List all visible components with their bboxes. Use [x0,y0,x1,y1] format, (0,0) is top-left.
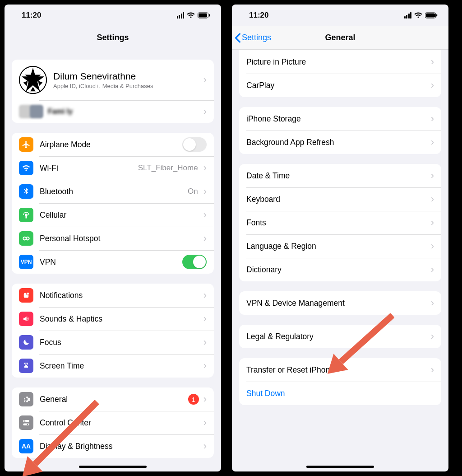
settings-list[interactable]: Dilum Senevirathne Apple ID, iCloud+, Me… [5,50,221,471]
row-label: Airplane Mode [40,140,91,149]
row-label: Control Center [40,418,91,428]
general-row[interactable]: General 1 › [12,387,214,411]
row-label: VPN & Device Management [246,299,345,308]
general-list[interactable]: Picture in Picture › CarPlay › iPhone St… [232,50,448,471]
chevron-right-icon: › [203,162,207,174]
display-brightness-row[interactable]: AA Display & Brightness › [12,434,214,458]
bluetooth-value: On [188,187,198,196]
notifications-row[interactable]: Notifications › [12,284,214,307]
group-prefs: Date & Time › Keyboard › Fonts › Languag… [239,164,441,281]
speaker-icon [19,312,33,326]
group-vpn: VPN & Device Management › [239,291,441,315]
profile-texts: Dilum Senevirathne Apple ID, iCloud+, Me… [53,71,153,89]
vpn-device-mgmt-row[interactable]: VPN & Device Management › [239,291,441,315]
row-label: Picture in Picture [246,57,306,67]
family-thumbs [19,105,43,118]
airplane-toggle[interactable] [182,137,207,152]
back-label: Settings [242,33,271,42]
gear-icon [19,392,33,406]
language-region-row[interactable]: Language & Region › [239,234,441,258]
chevron-left-icon [235,33,241,43]
nav-bar: Settings General [232,26,448,50]
bluetooth-icon [19,184,33,199]
vpn-toggle[interactable] [182,255,207,269]
status-time: 11:20 [22,11,41,20]
row-label: VPN [40,257,56,267]
pip-row[interactable]: Picture in Picture › [239,50,441,74]
row-label: Bluetooth [40,187,73,196]
svg-rect-14 [23,420,29,422]
account-group: Dilum Senevirathne Apple ID, iCloud+, Me… [12,60,214,123]
row-label: Personal Hotspot [40,234,100,243]
status-bar: 11:20 [232,5,448,26]
sounds-row[interactable]: Sounds & Haptics › [12,307,214,331]
row-label: Legal & Regulatory [246,332,314,341]
transfer-reset-row[interactable]: Transfer or Reset iPhone › [239,358,441,382]
fonts-row[interactable]: Fonts › [239,211,441,234]
bluetooth-row[interactable]: Bluetooth On › [12,180,214,203]
wifi-value: SLT_Fiber_Home [138,163,198,173]
date-time-row[interactable]: Date & Time › [239,164,441,187]
family-row[interactable]: Fami ly › [12,100,214,123]
row-label: Screen Time [40,361,84,371]
home-indicator[interactable] [306,466,374,468]
chevron-right-icon: › [203,289,207,301]
group-playback: Picture in Picture › CarPlay › [239,50,441,97]
hotspot-row[interactable]: Personal Hotspot › [12,227,214,250]
storage-row[interactable]: iPhone Storage › [239,107,441,131]
page-title: Settings [97,33,129,42]
app-refresh-row[interactable]: Background App Refresh › [239,131,441,154]
airplane-mode-row[interactable]: Airplane Mode [12,133,214,156]
svg-rect-20 [436,14,437,17]
control-center-row[interactable]: Control Center › [12,411,214,434]
svg-point-16 [24,420,26,422]
status-icons [404,12,438,19]
chevron-right-icon: › [431,240,434,252]
svg-rect-1 [199,14,207,18]
screen-time-row[interactable]: Screen Time › [12,354,214,378]
chevron-right-icon: › [203,440,207,452]
row-label: iPhone Storage [246,114,301,124]
vpn-row[interactable]: VPN VPN [12,250,214,274]
vpn-icon: VPN [19,255,33,269]
legal-row[interactable]: Legal & Regulatory › [239,325,441,348]
shut-down-row[interactable]: Shut Down [239,382,441,405]
apple-id-row[interactable]: Dilum Senevirathne Apple ID, iCloud+, Me… [12,60,214,100]
chevron-right-icon: › [431,364,434,376]
row-label: Language & Region [246,242,316,251]
row-label: CarPlay [246,81,274,90]
chevron-right-icon: › [431,331,434,342]
chevron-right-icon: › [203,209,207,221]
keyboard-row[interactable]: Keyboard › [239,187,441,211]
row-label: Background App Refresh [246,138,334,147]
back-button[interactable]: Settings [235,33,271,43]
chevron-right-icon: › [431,136,434,148]
notifications-group: Notifications › Sounds & Haptics › Focus… [12,284,214,378]
home-indicator[interactable] [79,466,147,468]
dictionary-row[interactable]: Dictionary › [239,258,441,281]
row-label: Fonts [246,218,266,228]
wifi-icon [19,161,33,175]
avatar [19,66,47,94]
bell-icon [19,288,33,303]
moon-icon [19,335,33,350]
focus-row[interactable]: Focus › [12,331,214,354]
battery-icon [425,12,438,19]
cellular-signal-icon [177,12,185,19]
row-label: Transfer or Reset iPhone [246,365,334,375]
hourglass-icon [19,359,33,373]
row-label: Display & Brightness [40,442,112,451]
svg-rect-2 [209,14,210,17]
status-icons [177,12,211,19]
chevron-right-icon: › [203,393,207,405]
nav-bar: Settings [5,26,221,50]
cellular-row[interactable]: Cellular › [12,203,214,227]
row-label: Focus [40,338,61,347]
wifi-row[interactable]: Wi-Fi SLT_Fiber_Home › [12,156,214,180]
status-time: 11:20 [249,11,268,20]
svg-point-13 [27,292,29,295]
carplay-row[interactable]: CarPlay › [239,74,441,97]
chevron-right-icon: › [431,217,434,229]
chevron-right-icon: › [431,113,434,125]
battery-icon [198,12,210,19]
